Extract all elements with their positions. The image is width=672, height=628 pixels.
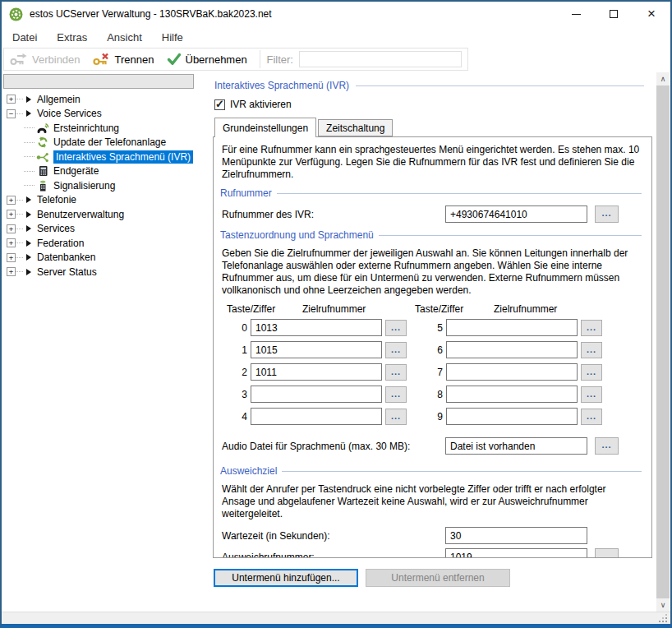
ivr-enable-row: IVR aktivieren bbox=[214, 99, 652, 110]
expand-plus-icon[interactable] bbox=[7, 95, 16, 104]
fallback-number-row: Ausweichrufnummer: ... bbox=[222, 548, 643, 558]
ivr-enable-checkbox[interactable] bbox=[214, 99, 225, 110]
wait-time-input[interactable] bbox=[445, 527, 587, 544]
audio-file-input[interactable] bbox=[445, 437, 587, 455]
tree-item-server-status[interactable]: Server Status bbox=[2, 265, 209, 279]
tree-item-datenbanken[interactable]: Datenbanken bbox=[2, 251, 209, 266]
col-key-right: Taste/Ziffer bbox=[415, 303, 494, 315]
toolbar-separator bbox=[260, 50, 260, 68]
col-target-left: Zielrufnummer bbox=[302, 303, 415, 315]
collapsed-arrow-icon bbox=[26, 211, 31, 218]
collapsed-arrow-icon bbox=[26, 196, 31, 203]
collapse-minus-icon[interactable] bbox=[7, 109, 16, 118]
tree-item-interaktives-sprachmenue[interactable]: Interaktives Sprachmenü (IVR) bbox=[2, 150, 209, 164]
target-browse-9[interactable]: ... bbox=[581, 409, 602, 425]
tree-item-benutzerverwaltung[interactable]: Benutzerverwaltung bbox=[2, 207, 209, 222]
menu-ansicht[interactable]: Ansicht bbox=[107, 31, 142, 44]
navigation-tree: Allgemein Voice Services Ersteinrichtung bbox=[2, 72, 209, 612]
target-browse-7[interactable]: ... bbox=[581, 364, 602, 381]
target-input-2[interactable] bbox=[251, 363, 382, 381]
expand-plus-icon[interactable] bbox=[7, 196, 16, 205]
collapsed-arrow-icon bbox=[26, 96, 31, 103]
target-browse-4[interactable]: ... bbox=[385, 409, 407, 425]
tree-item-federation[interactable]: Federation bbox=[2, 236, 209, 251]
ivr-number-input[interactable] bbox=[445, 205, 587, 223]
collapsed-arrow-icon bbox=[26, 269, 31, 275]
tab-grundeinstellungen[interactable]: Grundeinstellungen bbox=[214, 118, 316, 137]
target-input-3[interactable] bbox=[251, 386, 382, 403]
target-input-1[interactable] bbox=[251, 341, 382, 358]
menu-datei[interactable]: Datei bbox=[12, 31, 37, 44]
scroll-down-icon[interactable] bbox=[656, 598, 670, 612]
maximize-button[interactable] bbox=[595, 2, 633, 26]
target-browse-8[interactable]: ... bbox=[581, 386, 602, 403]
ausweichziel-group-header: Ausweichziel bbox=[220, 465, 643, 477]
target-browse-6[interactable]: ... bbox=[581, 342, 602, 358]
selected-tree-item-label: Interaktives Sprachmenü (IVR) bbox=[53, 150, 193, 164]
connect-button[interactable]: Verbinden bbox=[10, 53, 81, 66]
target-browse-3[interactable]: ... bbox=[385, 386, 407, 403]
menu-hilfe[interactable]: Hilfe bbox=[162, 31, 183, 44]
target-browse-5[interactable]: ... bbox=[581, 320, 602, 336]
key-label-1: 1 bbox=[237, 344, 247, 356]
vertical-scrollbar[interactable] bbox=[656, 72, 670, 612]
apply-button[interactable]: Übernehmen bbox=[167, 53, 247, 66]
ivr-enable-label: IVR aktivieren bbox=[230, 99, 292, 110]
remove-submenu-button[interactable]: Untermenü entfernen bbox=[366, 569, 510, 587]
collapsed-arrow-icon bbox=[26, 254, 31, 261]
target-input-8[interactable] bbox=[446, 386, 578, 403]
window-title: estos UCServer Verwaltung - 130SRVBaK.ba… bbox=[30, 8, 272, 20]
tree-header[interactable] bbox=[3, 74, 194, 89]
ivr-number-browse-button[interactable]: ... bbox=[595, 205, 619, 223]
audio-file-row: Audio Datei für Sprachmenü (max. 30 MB):… bbox=[222, 437, 643, 455]
toolbar: Verbinden Trennen Übernehmen Filter: bbox=[2, 48, 670, 72]
add-submenu-button[interactable]: Untermenü hinzufügen... bbox=[214, 569, 358, 587]
menu-extras[interactable]: Extras bbox=[57, 31, 87, 44]
target-input-9[interactable] bbox=[446, 408, 578, 425]
disconnect-button[interactable]: Trennen bbox=[93, 53, 154, 66]
fallback-number-input[interactable] bbox=[445, 548, 587, 558]
collapsed-arrow-icon bbox=[26, 110, 31, 117]
tree-item-voice-services[interactable]: Voice Services bbox=[2, 107, 209, 122]
tree-item-telefonie[interactable]: Telefonie bbox=[2, 193, 209, 208]
col-key-left: Taste/Ziffer bbox=[227, 303, 302, 315]
tree-item-signalisierung[interactable]: Signalisierung bbox=[2, 178, 209, 193]
target-browse-2[interactable]: ... bbox=[385, 364, 407, 381]
toolbar-group: Verbinden Trennen Übernehmen Filter: bbox=[3, 48, 468, 71]
tree-item-ersteinrichtung[interactable]: Ersteinrichtung bbox=[2, 121, 209, 136]
expand-plus-icon[interactable] bbox=[7, 224, 16, 233]
window-body: Allgemein Voice Services Ersteinrichtung bbox=[2, 72, 670, 612]
target-input-0[interactable] bbox=[251, 319, 382, 336]
scrollbar-thumb[interactable] bbox=[656, 85, 670, 598]
resize-grip[interactable] bbox=[659, 613, 668, 622]
expand-plus-icon[interactable] bbox=[7, 253, 16, 262]
tree-item-services[interactable]: Services bbox=[2, 222, 209, 237]
target-input-4[interactable] bbox=[251, 408, 382, 425]
target-browse-0[interactable]: ... bbox=[385, 320, 407, 336]
target-input-7[interactable] bbox=[446, 363, 578, 381]
tab-zeitschaltung[interactable]: Zeitschaltung bbox=[318, 119, 393, 136]
minimize-button[interactable] bbox=[557, 2, 595, 26]
close-button[interactable] bbox=[633, 2, 670, 26]
fallback-number-browse-button[interactable]: ... bbox=[595, 548, 619, 558]
target-input-5[interactable] bbox=[446, 319, 578, 336]
ivr-number-label: Rufnummer des IVR: bbox=[222, 209, 445, 220]
expand-plus-icon[interactable] bbox=[7, 210, 16, 219]
target-browse-1[interactable]: ... bbox=[385, 342, 407, 358]
ausweichziel-description: Wählt der Anrufer per Tastendruck eine n… bbox=[222, 483, 641, 520]
expand-plus-icon[interactable] bbox=[7, 238, 16, 247]
tree-item-update-telefonanlage[interactable]: Update der Telefonanlage bbox=[2, 136, 209, 150]
tree-item-allgemein[interactable]: Allgemein bbox=[2, 92, 209, 107]
expand-plus-icon[interactable] bbox=[7, 267, 16, 276]
keypad-column-headers: Taste/Ziffer Zielrufnummer Taste/Ziffer … bbox=[222, 303, 643, 315]
tree-item-endgeraete[interactable]: Endgeräte bbox=[2, 164, 209, 179]
close-icon bbox=[647, 8, 656, 21]
scroll-up-icon[interactable] bbox=[656, 72, 670, 85]
key-label-6: 6 bbox=[433, 344, 443, 356]
connect-label: Verbinden bbox=[32, 53, 81, 66]
audio-file-browse-button[interactable]: ... bbox=[595, 437, 619, 455]
target-input-6[interactable] bbox=[446, 341, 578, 358]
filter-input[interactable] bbox=[299, 51, 462, 67]
wait-time-row: Wartezeit (in Sekunden): bbox=[222, 527, 643, 544]
minimize-icon bbox=[572, 14, 581, 15]
